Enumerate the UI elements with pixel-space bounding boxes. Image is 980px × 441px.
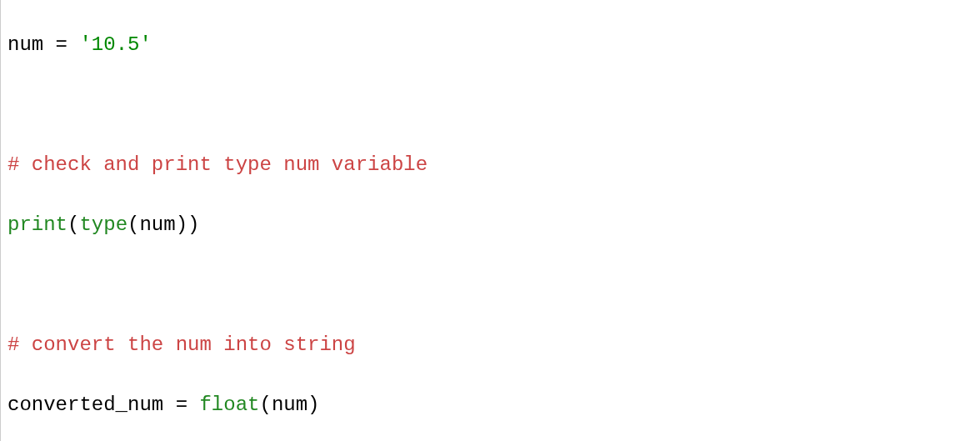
operator-assign: =: [163, 393, 199, 416]
variable-num: num: [139, 213, 175, 236]
paren-close: ): [176, 213, 188, 236]
operator-assign: =: [43, 33, 79, 56]
code-line-7: converted_num = float(num): [8, 390, 980, 420]
code-editor[interactable]: num = '10.5' # check and print type num …: [8, 0, 980, 441]
builtin-float: float: [199, 393, 259, 416]
paren-open: (: [68, 213, 79, 236]
code-line-1: num = '10.5': [8, 30, 980, 60]
variable-num: num: [8, 33, 43, 56]
code-line-6: # convert the num into string: [8, 330, 980, 360]
blank-line: [8, 90, 980, 120]
paren-open: (: [259, 393, 271, 416]
variable-num: num: [272, 393, 308, 416]
code-line-3: # check and print type num variable: [8, 150, 980, 180]
builtin-type: type: [79, 213, 128, 236]
blank-line: [8, 270, 980, 300]
paren-close: ): [188, 213, 199, 236]
builtin-print: print: [8, 213, 68, 236]
comment: # check and print type num variable: [8, 153, 428, 176]
paren-open: (: [128, 213, 139, 236]
variable-converted-num: converted_num: [8, 393, 163, 416]
paren-close: ): [308, 393, 319, 416]
code-line-4: print(type(num)): [8, 210, 980, 240]
comment: # convert the num into string: [8, 333, 356, 356]
string-literal: '10.5': [79, 33, 151, 56]
